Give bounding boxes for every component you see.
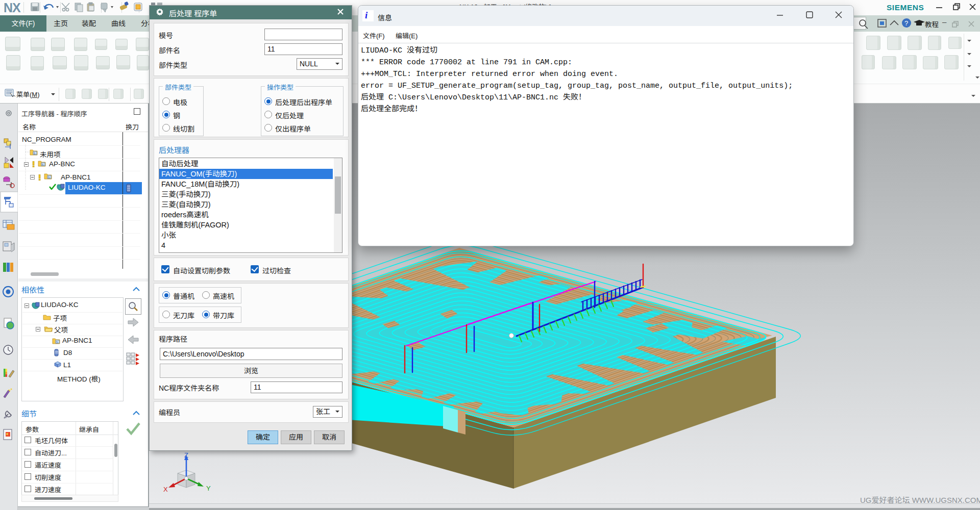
svg-text:UG爱好者论坛 WWW.UGSNX.COM: UG爱好者论坛 WWW.UGSNX.COM bbox=[860, 496, 980, 504]
svg-text:Y: Y bbox=[206, 484, 211, 492]
svg-text:Z: Z bbox=[184, 451, 188, 459]
svg-text:X: X bbox=[163, 486, 168, 493]
svg-text:?: ? bbox=[904, 19, 908, 27]
